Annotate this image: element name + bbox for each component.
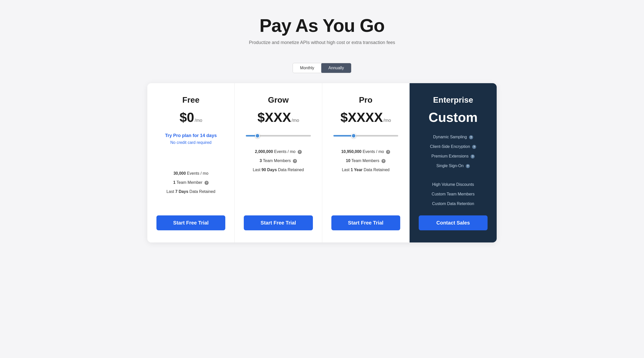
price-period-free: /mo: [195, 118, 202, 123]
feature-free-2: 1 Team Member ?: [156, 180, 225, 186]
trial-link[interactable]: Try Pro plan for 14 days: [165, 132, 217, 139]
feature-highlight: 7 Days: [175, 189, 188, 194]
price-period-pro: /mo: [383, 118, 391, 123]
price-amount-pro: XXXX: [348, 110, 383, 125]
billing-toggle: Monthly Annually: [293, 63, 351, 73]
question-icon: ?: [293, 159, 297, 163]
price-row-free: $ 0 /mo: [179, 110, 202, 125]
feature-enterprise-1: Dynamic Sampling ?: [419, 134, 488, 140]
feature-highlight: 90 Days: [261, 168, 277, 172]
question-icon: ?: [386, 150, 390, 154]
cta-pro[interactable]: Start Free Trial: [331, 215, 400, 230]
feature-enterprise-5: High Volume Discounts: [419, 182, 488, 188]
feature-highlight: 1: [173, 180, 175, 185]
price-period-grow: /mo: [292, 118, 299, 123]
question-icon: ?: [471, 154, 475, 159]
plan-name-grow: Grow: [268, 95, 289, 105]
feature-pro-1: 10,950,000 Events / mo ?: [331, 149, 400, 155]
price-row-grow: $ XXX /mo: [257, 110, 299, 125]
question-icon: ?: [466, 164, 470, 168]
price-symbol-free: $: [179, 110, 187, 125]
plan-card-free: Free $ 0 /mo Try Pro plan for 14 days No…: [147, 83, 235, 242]
page-header: Pay As You Go Productize and monetize AP…: [249, 15, 395, 45]
features-enterprise-top: Dynamic Sampling ? Client-Side Encryptio…: [419, 134, 488, 172]
feature-enterprise-3: Premium Extensions ?: [419, 153, 488, 159]
feature-pro-2: 10 Team Members ?: [331, 158, 400, 164]
slider-container-grow: [244, 133, 313, 138]
feature-enterprise-4: Single Sign-On ?: [419, 163, 488, 169]
cta-enterprise[interactable]: Contact Sales: [419, 215, 488, 230]
plan-card-enterprise: Enterprise Custom Dynamic Sampling ? Cli…: [410, 83, 497, 242]
plan-name-enterprise: Enterprise: [433, 95, 473, 105]
feature-grow-3: Last 90 Days Data Retained: [244, 167, 313, 173]
price-amount-free: 0: [187, 110, 194, 125]
trial-sub: No credit card required: [170, 140, 212, 145]
price-row-pro: $ XXXX /mo: [340, 110, 391, 125]
question-icon: ?: [205, 181, 209, 185]
price-amount-grow: XXX: [265, 110, 291, 125]
feature-highlight: 30,000: [173, 171, 186, 175]
feature-free-3: Last 7 Days Data Retained: [156, 189, 225, 195]
plan-name-pro: Pro: [359, 95, 372, 105]
grow-slider[interactable]: [246, 135, 311, 137]
plans-container: Free $ 0 /mo Try Pro plan for 14 days No…: [147, 83, 497, 242]
price-row-enterprise: Custom: [429, 110, 478, 125]
features-enterprise-bottom: High Volume Discounts Custom Team Member…: [419, 182, 488, 210]
billing-monthly[interactable]: Monthly: [293, 63, 321, 73]
feature-free-1: 30,000 Events / mo: [156, 170, 225, 176]
pro-slider[interactable]: [333, 135, 398, 137]
price-custom-label: Custom: [429, 110, 478, 125]
feature-enterprise-7: Custom Data Retention: [419, 201, 488, 207]
cta-grow[interactable]: Start Free Trial: [244, 215, 313, 230]
feature-highlight: 1 Year: [351, 168, 363, 172]
feature-grow-2: 3 Team Members ?: [244, 158, 313, 164]
billing-annually[interactable]: Annually: [321, 63, 351, 73]
feature-highlight: 2,000,000: [255, 149, 273, 154]
features-pro: 10,950,000 Events / mo ? 10 Team Members…: [331, 149, 400, 206]
features-free: 30,000 Events / mo 1 Team Member ? Last …: [156, 170, 225, 206]
plan-name-free: Free: [182, 95, 199, 105]
plan-card-pro: Pro $ XXXX /mo 10,950,000 Events / mo ? …: [322, 83, 410, 242]
question-icon: ?: [381, 159, 386, 163]
page-subtitle: Productize and monetize APIs without hig…: [249, 40, 395, 45]
cta-free[interactable]: Start Free Trial: [156, 215, 225, 230]
feature-grow-1: 2,000,000 Events / mo ?: [244, 149, 313, 155]
trial-info-free: Try Pro plan for 14 days No credit card …: [165, 132, 217, 146]
feature-enterprise-6: Custom Team Members: [419, 191, 488, 197]
question-icon: ?: [469, 135, 473, 139]
price-symbol-pro: $: [340, 110, 348, 125]
feature-pro-3: Last 1 Year Data Retained: [331, 167, 400, 173]
plan-card-grow: Grow $ XXX /mo 2,000,000 Events / mo ? 3…: [235, 83, 322, 242]
feature-highlight: 10: [346, 159, 350, 163]
price-symbol-grow: $: [257, 110, 265, 125]
question-icon: ?: [298, 150, 302, 154]
features-grow: 2,000,000 Events / mo ? 3 Team Members ?…: [244, 149, 313, 206]
question-icon: ?: [472, 145, 476, 149]
feature-enterprise-2: Client-Side Encryption ?: [419, 144, 488, 150]
feature-highlight: 10,950,000: [341, 149, 361, 154]
page-title: Pay As You Go: [249, 15, 395, 36]
slider-container-pro: [331, 133, 400, 138]
